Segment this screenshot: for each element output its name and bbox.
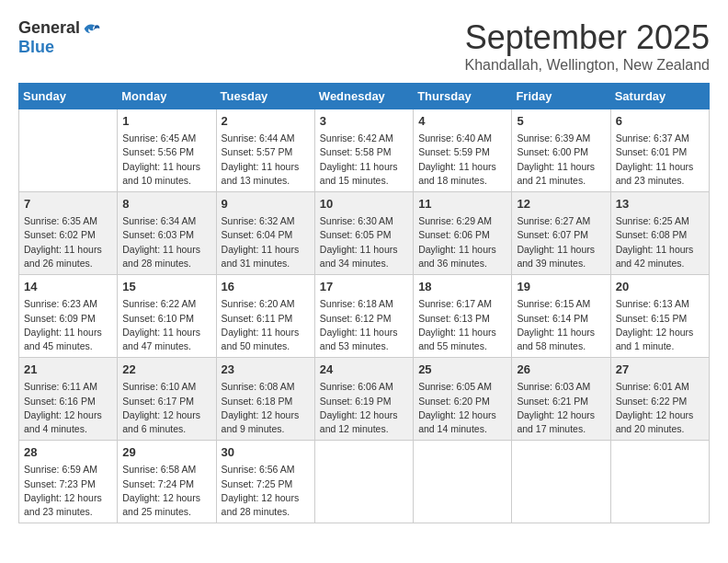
table-row: 8 Sunrise: 6:34 AM Sunset: 6:03 PM Dayli…	[118, 192, 216, 275]
calendar-week-4: 21 Sunrise: 6:11 AM Sunset: 6:16 PM Dayl…	[19, 358, 710, 441]
cell-sunrise: Sunrise: 6:27 AM	[517, 215, 590, 226]
table-row	[314, 441, 413, 523]
location-subtitle: Khandallah, Wellington, New Zealand	[464, 57, 710, 74]
calendar-week-2: 7 Sunrise: 6:35 AM Sunset: 6:02 PM Dayli…	[19, 192, 710, 275]
cell-sunset: Sunset: 6:10 PM	[122, 313, 194, 324]
cell-sunset: Sunset: 6:08 PM	[616, 229, 688, 240]
cell-daylight: Daylight: 12 hours and 12 minutes.	[320, 409, 398, 434]
cell-sunset: Sunset: 7:23 PM	[24, 478, 96, 489]
day-number: 5	[517, 113, 605, 130]
calendar-table: Sunday Monday Tuesday Wednesday Thursday…	[18, 83, 710, 523]
table-row: 16 Sunrise: 6:20 AM Sunset: 6:11 PM Dayl…	[216, 275, 314, 358]
cell-daylight: Daylight: 11 hours and 31 minutes.	[222, 244, 300, 269]
table-row: 14 Sunrise: 6:23 AM Sunset: 6:09 PM Dayl…	[19, 275, 118, 358]
cell-daylight: Daylight: 11 hours and 55 minutes.	[418, 327, 496, 351]
day-number: 26	[517, 362, 605, 378]
cell-daylight: Daylight: 12 hours and 1 minute.	[616, 327, 694, 351]
cell-daylight: Daylight: 11 hours and 26 minutes.	[24, 244, 102, 269]
day-number: 8	[122, 196, 210, 213]
day-number: 27	[616, 362, 704, 378]
cell-sunset: Sunset: 6:03 PM	[122, 229, 194, 240]
table-row: 20 Sunrise: 6:13 AM Sunset: 6:15 PM Dayl…	[610, 275, 709, 358]
day-number: 11	[418, 196, 506, 213]
cell-sunset: Sunset: 6:16 PM	[24, 396, 96, 407]
cell-daylight: Daylight: 12 hours and 4 minutes.	[24, 409, 102, 434]
cell-sunrise: Sunrise: 6:18 AM	[320, 298, 393, 309]
cell-sunset: Sunset: 6:19 PM	[320, 396, 392, 407]
cell-sunrise: Sunrise: 6:13 AM	[616, 298, 689, 309]
cell-daylight: Daylight: 11 hours and 58 minutes.	[517, 327, 595, 351]
table-row: 12 Sunrise: 6:27 AM Sunset: 6:07 PM Dayl…	[512, 192, 610, 275]
cell-sunset: Sunset: 5:58 PM	[320, 146, 392, 157]
table-row: 5 Sunrise: 6:39 AM Sunset: 6:00 PM Dayli…	[512, 109, 610, 192]
day-number: 21	[24, 362, 112, 378]
calendar-week-3: 14 Sunrise: 6:23 AM Sunset: 6:09 PM Dayl…	[19, 275, 710, 358]
table-row: 21 Sunrise: 6:11 AM Sunset: 6:16 PM Dayl…	[19, 358, 118, 441]
logo-bird-icon	[83, 20, 101, 37]
day-number: 3	[320, 113, 408, 130]
calendar-header-row: Sunday Monday Tuesday Wednesday Thursday…	[19, 84, 710, 109]
table-row: 3 Sunrise: 6:42 AM Sunset: 5:58 PM Dayli…	[314, 109, 413, 192]
cell-daylight: Daylight: 11 hours and 10 minutes.	[122, 161, 200, 186]
cell-sunset: Sunset: 6:17 PM	[122, 396, 194, 407]
table-row: 7 Sunrise: 6:35 AM Sunset: 6:02 PM Dayli…	[19, 192, 118, 275]
cell-sunset: Sunset: 6:20 PM	[418, 396, 490, 407]
cell-sunset: Sunset: 6:09 PM	[24, 313, 96, 324]
cell-daylight: Daylight: 11 hours and 15 minutes.	[320, 161, 398, 186]
table-row	[610, 441, 709, 523]
header-sunday: Sunday	[19, 84, 118, 109]
calendar-week-1: 1 Sunrise: 6:45 AM Sunset: 5:56 PM Dayli…	[19, 109, 710, 192]
cell-sunset: Sunset: 6:05 PM	[320, 229, 392, 240]
table-row: 23 Sunrise: 6:08 AM Sunset: 6:18 PM Dayl…	[216, 358, 314, 441]
day-number: 10	[320, 196, 408, 213]
day-number: 22	[122, 362, 210, 378]
cell-sunrise: Sunrise: 6:25 AM	[616, 215, 689, 226]
cell-daylight: Daylight: 12 hours and 6 minutes.	[122, 409, 200, 434]
cell-sunrise: Sunrise: 6:11 AM	[24, 381, 97, 392]
day-number: 24	[320, 362, 408, 378]
header-monday: Monday	[118, 84, 216, 109]
cell-sunrise: Sunrise: 6:22 AM	[122, 298, 196, 309]
cell-sunrise: Sunrise: 6:08 AM	[222, 381, 295, 392]
cell-daylight: Daylight: 12 hours and 17 minutes.	[517, 409, 595, 434]
cell-sunrise: Sunrise: 6:56 AM	[222, 464, 295, 475]
cell-sunrise: Sunrise: 6:06 AM	[320, 381, 393, 392]
table-row: 9 Sunrise: 6:32 AM Sunset: 6:04 PM Dayli…	[216, 192, 314, 275]
cell-sunrise: Sunrise: 6:05 AM	[418, 381, 492, 392]
cell-sunrise: Sunrise: 6:58 AM	[122, 464, 196, 475]
cell-daylight: Daylight: 11 hours and 28 minutes.	[122, 244, 200, 269]
day-number: 13	[616, 196, 704, 213]
table-row: 2 Sunrise: 6:44 AM Sunset: 5:57 PM Dayli…	[216, 109, 314, 192]
cell-daylight: Daylight: 12 hours and 20 minutes.	[616, 409, 694, 434]
table-row: 25 Sunrise: 6:05 AM Sunset: 6:20 PM Dayl…	[414, 358, 512, 441]
table-row: 15 Sunrise: 6:22 AM Sunset: 6:10 PM Dayl…	[118, 275, 216, 358]
cell-sunrise: Sunrise: 6:17 AM	[418, 298, 492, 309]
cell-daylight: Daylight: 12 hours and 28 minutes.	[222, 492, 300, 517]
cell-sunset: Sunset: 6:22 PM	[616, 396, 688, 407]
cell-daylight: Daylight: 11 hours and 50 minutes.	[222, 327, 300, 351]
header-friday: Friday	[512, 84, 610, 109]
cell-sunrise: Sunrise: 6:39 AM	[517, 132, 590, 144]
cell-sunset: Sunset: 6:15 PM	[616, 313, 688, 324]
cell-sunrise: Sunrise: 6:59 AM	[24, 464, 97, 475]
cell-sunset: Sunset: 5:57 PM	[222, 146, 293, 157]
cell-sunset: Sunset: 6:12 PM	[320, 313, 392, 324]
table-row: 22 Sunrise: 6:10 AM Sunset: 6:17 PM Dayl…	[118, 358, 216, 441]
cell-sunset: Sunset: 6:21 PM	[517, 396, 588, 407]
table-row: 26 Sunrise: 6:03 AM Sunset: 6:21 PM Dayl…	[512, 358, 610, 441]
cell-sunrise: Sunrise: 6:37 AM	[616, 132, 689, 144]
cell-daylight: Daylight: 11 hours and 21 minutes.	[517, 161, 595, 186]
cell-sunrise: Sunrise: 6:23 AM	[24, 298, 97, 309]
month-title: September 2025	[464, 18, 710, 57]
table-row	[19, 109, 118, 192]
cell-sunrise: Sunrise: 6:10 AM	[122, 381, 196, 392]
cell-sunset: Sunset: 6:13 PM	[418, 313, 490, 324]
header-saturday: Saturday	[610, 84, 709, 109]
table-row: 1 Sunrise: 6:45 AM Sunset: 5:56 PM Dayli…	[118, 109, 216, 192]
cell-daylight: Daylight: 11 hours and 47 minutes.	[122, 327, 200, 351]
day-number: 17	[320, 279, 408, 295]
cell-sunset: Sunset: 6:18 PM	[222, 396, 293, 407]
cell-sunset: Sunset: 6:04 PM	[222, 229, 293, 240]
table-row: 30 Sunrise: 6:56 AM Sunset: 7:25 PM Dayl…	[216, 441, 314, 523]
cell-daylight: Daylight: 11 hours and 23 minutes.	[616, 161, 694, 186]
